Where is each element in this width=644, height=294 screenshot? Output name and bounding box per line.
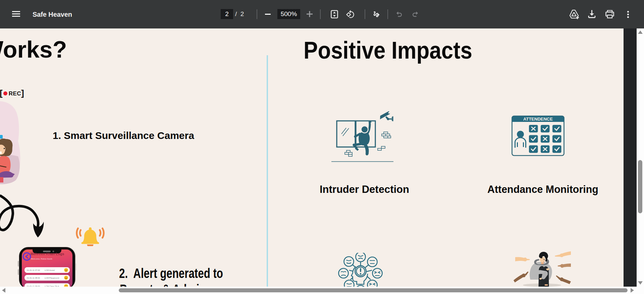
svg-text:LCM Playground: LCM Playground <box>45 277 59 279</box>
svg-text:ATTENDENCE: ATTENDENCE <box>523 117 553 122</box>
svg-text:LCM Hostel: LCM Hostel <box>45 269 55 271</box>
svg-text:Welcome, Rabia Hasib: Welcome, Rabia Hasib <box>31 258 52 260</box>
svg-text:01-01-11 08:00: 01-01-11 08:00 <box>27 277 40 279</box>
svg-text:Mehreen Khan Logs: Mehreen Khan Logs <box>31 252 64 256</box>
svg-text:01-01-11 07:00: 01-01-11 07:00 <box>27 269 40 271</box>
